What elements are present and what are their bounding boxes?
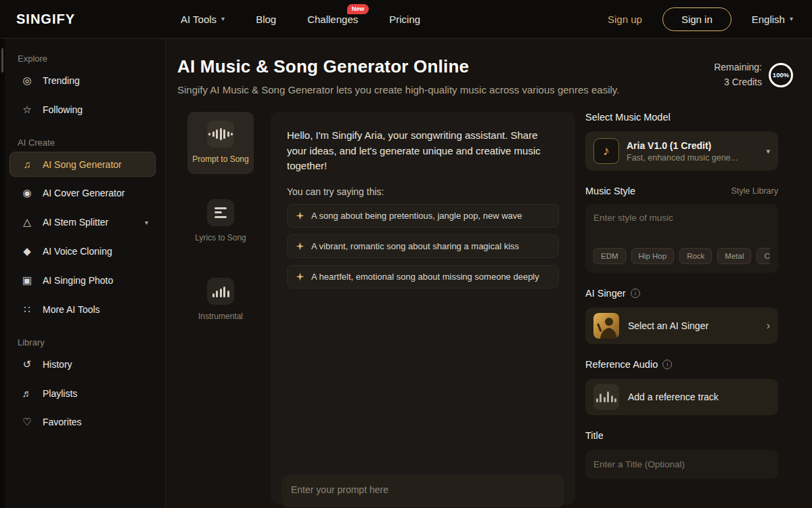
star-icon: ☆ [21, 104, 33, 116]
waveform-icon [207, 121, 234, 148]
signin-button[interactable]: Sign in [662, 7, 731, 31]
mode-prompt-to-song[interactable]: Prompt to Song [187, 112, 254, 174]
style-input[interactable] [593, 213, 770, 223]
sidebar-item-favorites[interactable]: ♡ Favorites [9, 409, 156, 435]
suggestion-item[interactable]: A vibrant, romantic song about sharing a… [287, 234, 559, 258]
sidebar-item-label: Playlists [43, 388, 77, 399]
suggestion-text: A song about being pretentious, jangle p… [311, 211, 522, 221]
credits-count: 3 Credits [714, 75, 762, 90]
sidebar-item-history[interactable]: ↺ History [9, 352, 156, 377]
style-tag[interactable]: Rock [679, 248, 712, 264]
sidebar-item-following[interactable]: ☆ Following [9, 97, 156, 123]
sidebar-item-label: AI Singing Photo [43, 275, 113, 286]
reference-audio-section: Reference Audio i Add a reference track [585, 359, 778, 415]
nav-challenges-label: Challenges [307, 14, 358, 25]
main-nav: AI Tools ▾ Blog Challenges New Pricing [181, 14, 420, 25]
new-badge: New [347, 4, 369, 14]
style-tag[interactable]: Hip Hop [631, 248, 675, 264]
title-input[interactable] [585, 450, 778, 479]
page-header: AI Music & Song Generator Online Singify… [177, 56, 793, 96]
lyrics-icon [207, 199, 234, 226]
model-select-card[interactable]: ♪ Aria V1.0 (1 Credit) Fast, enhanced mu… [585, 131, 778, 171]
section-label-explore: Explore [18, 54, 156, 64]
music-style-row: Music Style Style Library [585, 186, 778, 196]
sidebar-item-label: Following [43, 104, 83, 115]
model-section-label: Select Music Model [585, 112, 778, 123]
mode-label: Instrumental [198, 312, 243, 321]
title-label: Title [585, 430, 778, 441]
sparkle-icon [296, 272, 304, 281]
sidebar-item-label: History [43, 359, 72, 370]
sidebar-item-label: AI Cover Generator [43, 188, 125, 198]
sparkle-icon [296, 211, 304, 220]
chat-panel: Hello, I'm Singify Aria, your songwritin… [271, 112, 575, 505]
heart-icon: ♡ [21, 416, 33, 428]
style-tag[interactable]: Metal [717, 248, 751, 264]
singer-avatar [593, 313, 619, 339]
model-info: Aria V1.0 (1 Credit) Fast, enhanced musi… [627, 140, 738, 163]
style-tag[interactable]: EDM [593, 248, 626, 264]
sidebar-item-label: Trending [43, 75, 80, 86]
model-description: Fast, enhanced music gene... [627, 153, 738, 163]
sidebar: Explore ◎ Trending ☆ Following AI Create… [0, 39, 166, 508]
sidebar-item-more-ai-tools[interactable]: ∷ More AI Tools [9, 297, 156, 322]
mode-label: Prompt to Song [192, 154, 248, 164]
suggestion-item[interactable]: A heartfelt, emotional song about missin… [287, 265, 559, 289]
mode-lyrics-to-song[interactable]: Lyrics to Song [187, 190, 254, 253]
nav-right: Sign up Sign in English ▾ [608, 7, 793, 31]
sidebar-item-ai-singing-photo[interactable]: ▣ AI Singing Photo [9, 268, 156, 293]
sidebar-item-label: AI Stem Splitter [43, 217, 108, 228]
sidebar-item-label: AI Voice Cloning [43, 246, 112, 257]
info-icon[interactable]: i [662, 360, 672, 369]
playlist-icon: ♬ [21, 387, 33, 399]
chevron-down-icon: ▾ [790, 16, 793, 22]
sidebar-item-ai-voice-cloning[interactable]: ◆ AI Voice Cloning [9, 238, 156, 264]
stem-splitter-icon: △ [21, 216, 33, 228]
page-header-text: AI Music & Song Generator Online Singify… [177, 56, 619, 96]
cover-icon: ◉ [21, 187, 33, 199]
nav-challenges[interactable]: Challenges New [307, 14, 358, 25]
nav-pricing-label: Pricing [389, 14, 420, 25]
suggestion-text: A heartfelt, emotional song about missin… [311, 272, 539, 282]
suggestion-item[interactable]: A song about being pretentious, jangle p… [287, 204, 559, 228]
sidebar-item-playlists[interactable]: ♬ Playlists [9, 381, 156, 406]
chevron-down-icon: ▾ [145, 219, 148, 226]
chevron-down-icon: ▾ [766, 147, 770, 156]
section-label-ai-create: AI Create [18, 137, 156, 148]
info-icon[interactable]: i [631, 289, 640, 298]
sidebar-item-ai-cover-generator[interactable]: ◉ AI Cover Generator [9, 180, 156, 206]
mode-instrumental[interactable]: Instrumental [187, 269, 254, 331]
music-style-label: Music Style [585, 186, 635, 196]
nav-pricing[interactable]: Pricing [389, 14, 420, 25]
main-content: AI Music & Song Generator Online Singify… [166, 39, 812, 508]
add-reference-card[interactable]: Add a reference track [585, 379, 778, 415]
style-tag[interactable]: Country [757, 248, 770, 264]
sidebar-scrollbar-track [0, 39, 5, 508]
prompt-input[interactable] [281, 475, 564, 507]
music-note-icon: ♫ [21, 158, 33, 170]
nav-ai-tools-label: AI Tools [181, 14, 217, 25]
style-library-link[interactable]: Style Library [731, 186, 778, 196]
title-section: Title [585, 430, 778, 479]
voice-cloning-icon: ◆ [21, 245, 33, 257]
photo-icon: ▣ [21, 274, 33, 287]
nav-ai-tools[interactable]: AI Tools ▾ [181, 14, 225, 25]
signup-link[interactable]: Sign up [608, 14, 642, 25]
sidebar-scrollbar-thumb[interactable] [1, 48, 3, 72]
mode-selector: Prompt to Song Lyrics to Song Instrum [187, 112, 254, 347]
top-navbar: SINGIFY AI Tools ▾ Blog Challenges New P… [0, 0, 812, 39]
remaining-label: Remaining: [714, 60, 762, 75]
section-label-library: Library [18, 337, 156, 347]
nav-blog-label: Blog [256, 14, 276, 25]
trending-icon: ◎ [21, 75, 33, 87]
credits-text: Remaining: 3 Credits [714, 60, 762, 89]
sidebar-item-ai-song-generator[interactable]: ♫ AI Song Generator [9, 152, 156, 177]
language-label: English [752, 14, 785, 25]
sidebar-item-ai-stem-splitter[interactable]: △ AI Stem Splitter ▾ [9, 209, 156, 235]
language-selector[interactable]: English ▾ [752, 14, 793, 25]
logo[interactable]: SINGIFY [16, 12, 75, 27]
select-singer-card[interactable]: Select an AI Singer › [585, 308, 778, 344]
grid-icon: ∷ [21, 303, 33, 316]
sidebar-item-trending[interactable]: ◎ Trending [9, 68, 156, 93]
nav-blog[interactable]: Blog [256, 14, 276, 25]
